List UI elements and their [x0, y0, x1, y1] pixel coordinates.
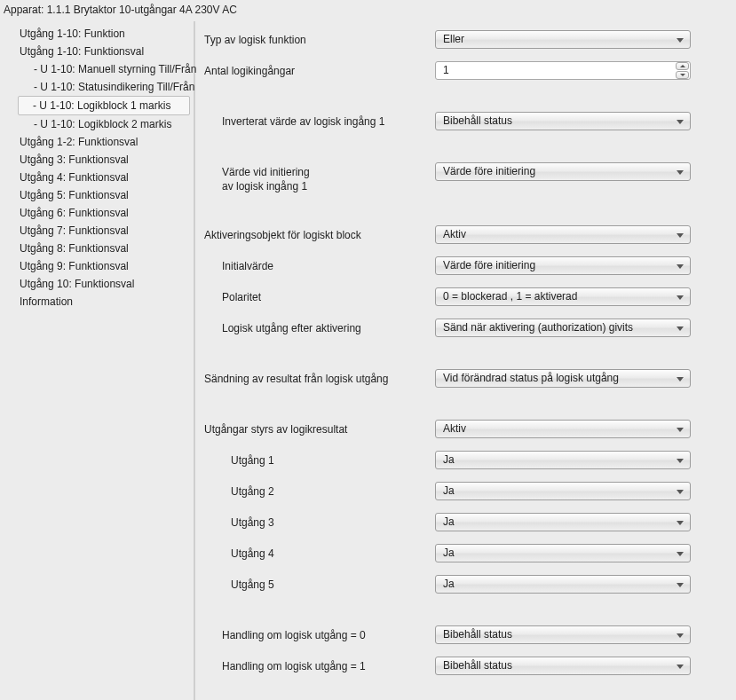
- tree-item-utgang-5[interactable]: Utgång 5: Funktionsval: [0, 186, 194, 204]
- label-utgang-5: Utgång 5: [204, 575, 435, 592]
- label-logisk-utgang-efter-aktivering: Logisk utgång efter aktivering: [204, 319, 435, 335]
- tree-item-utgang-9[interactable]: Utgång 9: Funktionsval: [0, 257, 194, 275]
- parameter-panel: Typ av logisk funktion Eller Antal logik…: [195, 21, 736, 700]
- dropdown-logisk-utgang-efter-aktivering[interactable]: Sänd när aktivering (authorization) givi…: [435, 319, 691, 337]
- label-handling-1: Handling om logisk utgång = 1: [204, 657, 435, 673]
- dropdown-utgang-1[interactable]: Ja: [435, 451, 691, 469]
- content-area: Utgång 1-10: Funktion Utgång 1-10: Funkt…: [0, 21, 736, 700]
- label-aktiveringsobjekt: Aktiveringsobjekt för logiskt block: [204, 225, 435, 242]
- app-window: Apparat: 1.1.1 Brytaktor 10-utgångar 4A …: [0, 0, 736, 700]
- label-utgang-2: Utgång 2: [204, 482, 435, 499]
- dropdown-handling-0[interactable]: Bibehåll status: [435, 625, 691, 644]
- dropdown-polaritet[interactable]: 0 = blockerad , 1 = aktiverad: [435, 287, 691, 306]
- spinner-antal-logikingangar[interactable]: 1: [435, 61, 691, 80]
- tree-item-manuell-styrning[interactable]: - U 1-10: Manuell styrning Till/Från: [0, 60, 194, 78]
- tree-item-logikblock-1[interactable]: - U 1-10: Logikblock 1 markis: [18, 96, 190, 115]
- spinner-down-icon[interactable]: [676, 71, 689, 79]
- tree-item-utgang-1-10-funktion[interactable]: Utgång 1-10: Funktion: [0, 25, 194, 43]
- label-inverterat-ing1: Inverterat värde av logisk ingång 1: [204, 112, 435, 129]
- label-utgang-1: Utgång 1: [204, 451, 435, 468]
- device-title: Apparat: 1.1.1 Brytaktor 10-utgångar 4A …: [0, 0, 736, 21]
- dropdown-sandning-resultat[interactable]: Vid förändrad status på logisk utgång: [435, 369, 691, 388]
- tree-item-information[interactable]: Information: [0, 293, 194, 311]
- label-initialvarde: Initialvärde: [204, 256, 435, 273]
- tree-item-logikblock-2[interactable]: - U 1-10: Logikblock 2 markis: [0, 115, 194, 133]
- spinner-value: 1: [443, 64, 449, 76]
- label-utgangar-styrs: Utgångar styrs av logikresultat: [204, 420, 435, 437]
- label-sandning-resultat: Sändning av resultat från logisk utgång: [204, 369, 435, 386]
- tree-item-utgang-8[interactable]: Utgång 8: Funktionsval: [0, 240, 194, 257]
- dropdown-utgangar-styrs[interactable]: Aktiv: [435, 420, 691, 438]
- tree-item-utgang-3[interactable]: Utgång 3: Funktionsval: [0, 151, 194, 169]
- label-handling-0: Handling om logisk utgång = 0: [204, 625, 435, 642]
- label-varde-initiering-ing1: Värde vid initiering av logisk ingång 1: [204, 162, 435, 193]
- dropdown-utgang-2[interactable]: Ja: [435, 482, 691, 500]
- tree-item-utgang-1-10-funktionsval[interactable]: Utgång 1-10: Funktionsval: [0, 43, 194, 60]
- label-utgang-4: Utgång 4: [204, 544, 435, 561]
- dropdown-handling-1[interactable]: Bibehåll status: [435, 657, 691, 675]
- label-polaritet: Polaritet: [204, 287, 435, 304]
- label-typ-logisk-funktion: Typ av logisk funktion: [204, 30, 435, 47]
- tree-item-statusindikering[interactable]: - U 1-10: Statusindikering Till/Från: [0, 78, 194, 96]
- tree-item-utgang-1-2[interactable]: Utgång 1-2: Funktionsval: [0, 133, 194, 151]
- dropdown-aktiveringsobjekt[interactable]: Aktiv: [435, 225, 691, 244]
- tree-item-utgang-10[interactable]: Utgång 10: Funktionsval: [0, 275, 194, 293]
- tree-item-utgang-6[interactable]: Utgång 6: Funktionsval: [0, 204, 194, 222]
- dropdown-varde-initiering-ing1[interactable]: Värde före initiering: [435, 162, 691, 181]
- parameter-tree: Utgång 1-10: Funktion Utgång 1-10: Funkt…: [0, 21, 195, 700]
- label-antal-logikingangar: Antal logikingångar: [204, 61, 435, 78]
- dropdown-initialvarde[interactable]: Värde före initiering: [435, 256, 691, 275]
- spinner-up-icon[interactable]: [676, 62, 689, 70]
- dropdown-typ-logisk-funktion[interactable]: Eller: [435, 30, 691, 49]
- dropdown-utgang-3[interactable]: Ja: [435, 513, 691, 531]
- tree-item-utgang-7[interactable]: Utgång 7: Funktionsval: [0, 222, 194, 240]
- tree-item-utgang-4[interactable]: Utgång 4: Funktionsval: [0, 169, 194, 186]
- dropdown-inverterat-ing1[interactable]: Bibehåll status: [435, 112, 691, 130]
- label-utgang-3: Utgång 3: [204, 513, 435, 530]
- dropdown-utgang-5[interactable]: Ja: [435, 575, 691, 594]
- dropdown-utgang-4[interactable]: Ja: [435, 544, 691, 562]
